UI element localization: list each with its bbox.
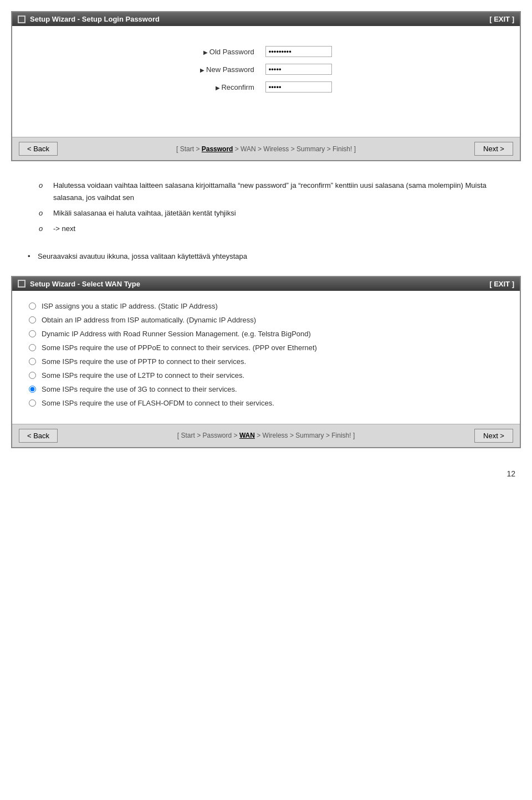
bullet-symbol-3: o (39, 223, 47, 235)
reconfirm-label: Reconfirm (195, 78, 259, 96)
wan-radio-3g[interactable] (29, 386, 36, 393)
old-password-input[interactable] (265, 46, 332, 57)
wizard2-next-button[interactable]: Next > (474, 429, 513, 443)
wizard1-exit-button[interactable]: [ EXIT ] (489, 15, 514, 23)
wizard2-title-text: Setup Wizard - Select WAN Type (30, 280, 140, 288)
wizard1-title-bar: Setup Wizard - Setup Login Password [ EX… (12, 12, 520, 26)
page-number: 12 (11, 458, 521, 478)
wan-option-pppoe: Some ISPs require the use of PPPoE to co… (29, 343, 503, 352)
old-password-field[interactable] (260, 43, 337, 60)
breadcrumb2-pre: [ Start > Password > (177, 432, 239, 439)
wizard-login-password-panel: Setup Wizard - Setup Login Password [ EX… (11, 11, 521, 161)
wizard1-footer: < Back [ Start > Password > WAN > Wirele… (12, 137, 520, 160)
wan-label-roadrunner: Dynamic IP Address with Road Runner Sess… (42, 330, 311, 338)
new-password-label: New Password (195, 60, 259, 78)
instruction-bullet-3: o -> next (28, 223, 504, 235)
wan-label-dynamic: Obtain an IP address from ISP automatica… (42, 316, 256, 324)
table-row: Old Password (195, 43, 337, 60)
wan-label-static: ISP assigns you a static IP address. (St… (42, 302, 218, 310)
wan-option-static: ISP assigns you a static IP address. (St… (29, 302, 503, 310)
instruction-text-2: Mikäli salasanaa ei haluta vaihtaa, jäte… (53, 207, 236, 219)
bullet-symbol-1: o (39, 180, 47, 192)
wizard1-title-left: Setup Wizard - Setup Login Password (18, 15, 160, 23)
wizard2-back-button[interactable]: < Back (19, 429, 58, 443)
wan-label-flash-ofdm: Some ISPs require the use of FLASH-OFDM … (42, 399, 274, 407)
wan-radio-dynamic[interactable] (29, 316, 36, 324)
breadcrumb2-active: WAN (239, 432, 255, 439)
dot-bullet-symbol: • (28, 250, 33, 263)
wizard1-title-text: Setup Wizard - Setup Login Password (30, 15, 160, 23)
bullet-symbol-2: o (39, 207, 47, 219)
wizard1-title-icon (18, 16, 25, 23)
breadcrumb2-post: > Wireless > Summary > Finish! ] (255, 432, 355, 439)
table-row: New Password (195, 60, 337, 78)
new-password-field[interactable] (260, 60, 337, 78)
instruction-bullet-2: o Mikäli salasanaa ei haluta vaihtaa, jä… (28, 207, 504, 219)
wizard2-breadcrumb: [ Start > Password > WAN > Wireless > Su… (58, 432, 474, 439)
wan-radio-roadrunner[interactable] (29, 330, 36, 337)
breadcrumb-pre: [ Start > (176, 145, 202, 153)
wizard2-title-icon (18, 280, 25, 288)
wan-label-pppoe: Some ISPs require the use of PPPoE to co… (42, 343, 317, 352)
wizard1-next-button[interactable]: Next > (474, 142, 513, 156)
wan-label-pptp: Some ISPs require the use of PPTP to con… (42, 357, 246, 366)
reconfirm-input[interactable] (265, 81, 332, 93)
wan-radio-l2tp[interactable] (29, 372, 36, 379)
instructions-section: o Halutessa voidaan vaihtaa laitteen sal… (11, 171, 521, 276)
wizard2-title-left: Setup Wizard - Select WAN Type (18, 280, 140, 288)
instruction-bullet-1: o Halutessa voidaan vaihtaa laitteen sal… (28, 180, 504, 204)
dot-bullet-text: Seuraavaksi avautuu ikkuna, jossa valita… (38, 250, 247, 263)
table-row: Reconfirm (195, 78, 337, 96)
old-password-label: Old Password (195, 43, 259, 60)
wan-radio-pptp[interactable] (29, 358, 36, 365)
wan-option-dynamic: Obtain an IP address from ISP automatica… (29, 316, 503, 324)
wizard1-form-table: Old Password New Password Reconfirm (195, 43, 337, 96)
wizard1-back-button[interactable]: < Back (19, 142, 58, 156)
wan-option-3g: Some ISPs require the use of 3G to conne… (29, 385, 503, 393)
wizard1-breadcrumb: [ Start > Password > WAN > Wireless > Su… (58, 145, 474, 153)
wan-radio-flash-ofdm[interactable] (29, 399, 36, 407)
breadcrumb-post: > WAN > Wireless > Summary > Finish! ] (233, 145, 356, 153)
wizard2-footer: < Back [ Start > Password > WAN > Wirele… (12, 424, 520, 447)
wan-option-roadrunner: Dynamic IP Address with Road Runner Sess… (29, 330, 503, 338)
instruction-text-1: Halutessa voidaan vaihtaa laitteen salas… (53, 180, 504, 204)
wan-radio-pppoe[interactable] (29, 344, 36, 351)
wizard-wan-type-panel: Setup Wizard - Select WAN Type [ EXIT ] … (11, 276, 521, 448)
wan-label-l2tp: Some ISPs require the use of L2TP to con… (42, 371, 244, 380)
wan-radio-static[interactable] (29, 302, 36, 310)
wizard2-body: ISP assigns you a static IP address. (St… (12, 291, 520, 424)
wizard2-title-bar: Setup Wizard - Select WAN Type [ EXIT ] (12, 277, 520, 291)
breadcrumb-active: Password (202, 145, 233, 153)
wan-option-pptp: Some ISPs require the use of PPTP to con… (29, 357, 503, 366)
instruction-dot-bullet: • Seuraavaksi avautuu ikkuna, jossa vali… (28, 250, 504, 263)
wizard1-body: Old Password New Password Reconfirm (12, 26, 520, 137)
wan-label-3g: Some ISPs require the use of 3G to conne… (42, 385, 237, 393)
instruction-text-3: -> next (53, 223, 75, 235)
wan-option-l2tp: Some ISPs require the use of L2TP to con… (29, 371, 503, 380)
reconfirm-field[interactable] (260, 78, 337, 96)
wizard2-exit-button[interactable]: [ EXIT ] (489, 280, 514, 288)
new-password-input[interactable] (265, 64, 332, 75)
wan-option-flash-ofdm: Some ISPs require the use of FLASH-OFDM … (29, 399, 503, 407)
